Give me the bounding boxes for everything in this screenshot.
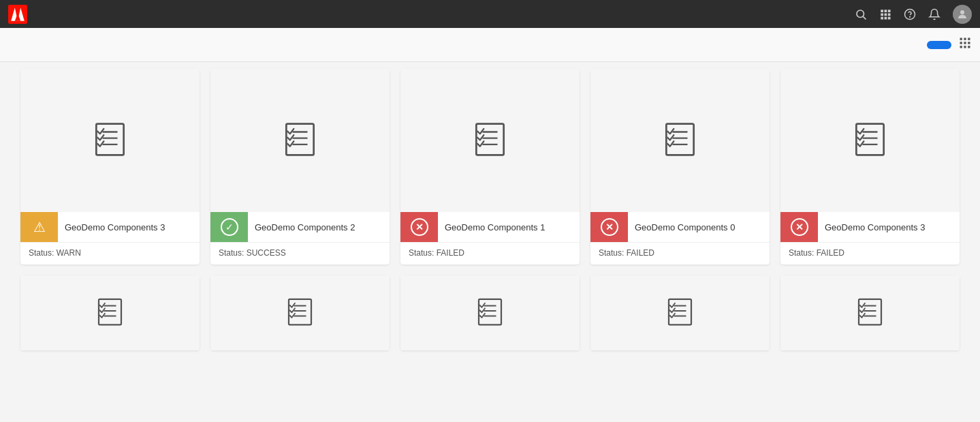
cards-grid-row1: ⚠ GeoDemo Components 3 Status: WARN ✓ Ge…: [20, 69, 960, 265]
job-card[interactable]: [210, 275, 390, 350]
card-thumbnail-partial: [400, 275, 580, 350]
card-thumbnail: [210, 69, 390, 212]
failed-icon: ✕: [411, 218, 428, 236]
svg-rect-10: [885, 13, 887, 16]
card-name: GeoDemo Components 3: [818, 222, 960, 232]
svg-rect-12: [881, 16, 883, 19]
success-icon: ✓: [221, 218, 238, 236]
warn-icon: ⚠: [33, 219, 46, 235]
top-navigation: [0, 0, 980, 28]
notifications-icon[interactable]: [928, 8, 941, 20]
nav-icons: [855, 5, 972, 24]
failed-icon: ✕: [601, 218, 618, 236]
sub-header: [0, 28, 980, 62]
status-badge-failed: ✕: [590, 212, 628, 242]
search-icon[interactable]: [855, 8, 867, 20]
create-button[interactable]: [927, 41, 951, 49]
svg-rect-19: [964, 38, 966, 40]
card-name: GeoDemo Components 3: [58, 222, 200, 232]
svg-rect-24: [960, 46, 962, 48]
card-thumbnail-partial: [780, 275, 960, 350]
card-footer: ✓ GeoDemo Components 2: [210, 212, 390, 242]
cards-grid-row2: [20, 275, 960, 350]
status-badge-failed: ✕: [400, 212, 438, 242]
svg-rect-23: [968, 42, 970, 44]
svg-rect-7: [885, 10, 887, 12]
checklist-icon: [91, 121, 129, 161]
failed-icon: ✕: [791, 218, 808, 236]
svg-line-5: [863, 16, 866, 19]
job-card[interactable]: ✕ GeoDemo Components 0 Status: FAILED: [590, 69, 770, 265]
checklist-icon: [661, 121, 699, 161]
card-footer: ✕ GeoDemo Components 1: [400, 212, 580, 242]
card-thumbnail-partial: [590, 275, 770, 350]
job-card[interactable]: ⚠ GeoDemo Components 3 Status: WARN: [20, 69, 200, 265]
checklist-icon: [851, 121, 889, 161]
svg-rect-14: [888, 16, 891, 19]
card-thumbnail-partial: [20, 275, 200, 350]
job-card[interactable]: [590, 275, 770, 350]
grid-view-icon[interactable]: [958, 36, 972, 53]
main-content: ⚠ GeoDemo Components 3 Status: WARN ✓ Ge…: [0, 62, 980, 422]
card-thumbnail: [780, 69, 960, 212]
svg-point-17: [960, 10, 964, 14]
checklist-icon: [471, 121, 509, 161]
card-status: Status: FAILED: [780, 242, 960, 265]
status-badge-failed: ✕: [780, 212, 818, 242]
svg-rect-26: [968, 46, 970, 48]
svg-rect-13: [885, 16, 887, 19]
apps-icon[interactable]: [879, 8, 891, 20]
card-thumbnail: [590, 69, 770, 212]
svg-rect-20: [968, 38, 970, 40]
svg-rect-11: [888, 13, 891, 16]
card-status: Status: FAILED: [400, 242, 580, 265]
checklist-icon: [665, 297, 695, 330]
job-card[interactable]: [20, 275, 200, 350]
sub-header-actions: [927, 36, 972, 53]
job-card[interactable]: ✕ GeoDemo Components 1 Status: FAILED: [400, 69, 580, 265]
adobe-logo-icon[interactable]: [8, 5, 27, 24]
checklist-icon: [855, 297, 885, 330]
checklist-icon: [285, 297, 315, 330]
status-badge-warn: ⚠: [20, 212, 58, 242]
job-card[interactable]: ✓ GeoDemo Components 2 Status: SUCCESS: [210, 69, 390, 265]
status-badge-success: ✓: [210, 212, 248, 242]
user-avatar[interactable]: [953, 5, 972, 24]
svg-rect-6: [881, 10, 883, 12]
card-footer: ✕ GeoDemo Components 3: [780, 212, 960, 242]
svg-rect-22: [964, 42, 966, 44]
card-footer: ✕ GeoDemo Components 0: [590, 212, 770, 242]
svg-point-4: [857, 10, 864, 18]
card-thumbnail: [400, 69, 580, 212]
checklist-icon: [281, 121, 319, 161]
card-name: GeoDemo Components 1: [438, 222, 580, 232]
card-status: Status: WARN: [20, 242, 200, 265]
card-status: Status: FAILED: [590, 242, 770, 265]
checklist-icon: [95, 297, 125, 330]
svg-rect-9: [881, 13, 883, 16]
help-icon[interactable]: [904, 8, 916, 20]
svg-rect-25: [964, 46, 966, 48]
card-footer: ⚠ GeoDemo Components 3: [20, 212, 200, 242]
svg-rect-18: [960, 38, 962, 40]
card-name: GeoDemo Components 0: [628, 222, 770, 232]
card-thumbnail: [20, 69, 200, 212]
svg-rect-21: [960, 42, 962, 44]
card-thumbnail-partial: [210, 275, 390, 350]
card-name: GeoDemo Components 2: [248, 222, 390, 232]
job-card[interactable]: [780, 275, 960, 350]
job-card[interactable]: [400, 275, 580, 350]
checklist-icon: [475, 297, 505, 330]
svg-rect-8: [888, 10, 891, 12]
card-status: Status: SUCCESS: [210, 242, 390, 265]
job-card[interactable]: ✕ GeoDemo Components 3 Status: FAILED: [780, 69, 960, 265]
